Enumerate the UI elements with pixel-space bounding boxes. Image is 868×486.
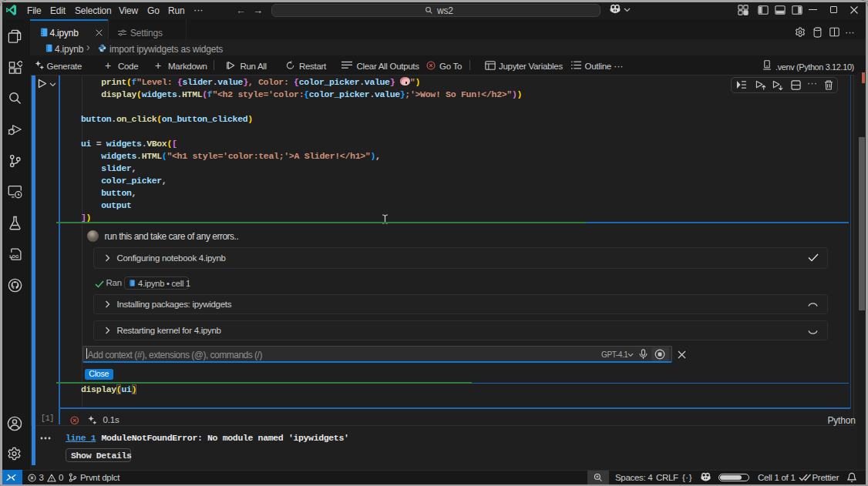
svg-text:LOG: LOG xyxy=(9,254,19,259)
